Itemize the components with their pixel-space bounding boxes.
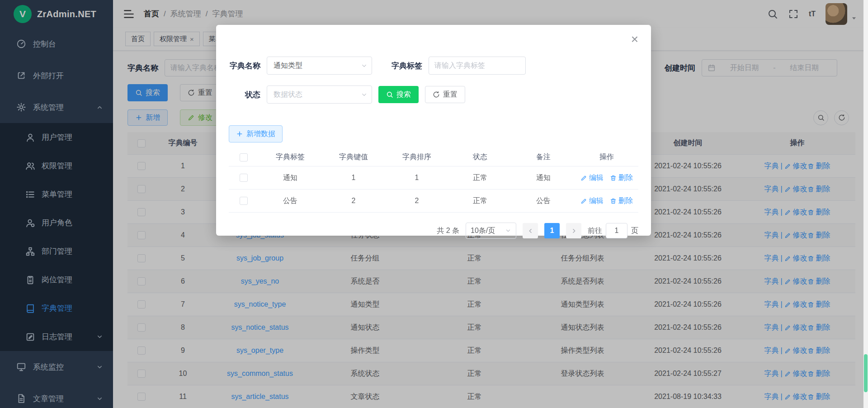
dialog-table-body: 通知 1 1 正常 通知 编辑 删除 — [229, 166, 638, 213]
scrollbar-thumb[interactable] — [864, 354, 868, 392]
page-size-select[interactable]: 10条/页 — [466, 223, 516, 239]
row-edit-label: 编辑 — [589, 196, 604, 206]
search-icon — [386, 91, 393, 98]
trash-icon — [610, 175, 617, 181]
prev-page-button[interactable] — [523, 223, 538, 238]
row-checkbox[interactable] — [240, 174, 248, 182]
cell-dict-key: 1 — [322, 174, 385, 182]
goto-unit: 页 — [631, 226, 638, 236]
row-delete-link[interactable]: 删除 — [610, 173, 633, 183]
chevron-right-icon — [571, 228, 577, 234]
row-delete-label: 删除 — [618, 196, 633, 206]
dialog-search-button[interactable]: 搜索 — [378, 86, 419, 103]
next-page-button[interactable] — [566, 223, 581, 238]
row-edit-label: 编辑 — [589, 173, 604, 183]
plus-icon — [236, 130, 243, 138]
goto-page: 前往 页 — [588, 223, 638, 238]
pagination-total: 共 2 条 — [437, 226, 459, 236]
dialog-select-all-checkbox[interactable] — [240, 153, 248, 161]
row-edit-link[interactable]: 编辑 — [580, 173, 604, 183]
dialog-table-row: 通知 1 1 正常 通知 编辑 删除 — [229, 166, 638, 190]
chevron-down-icon — [505, 228, 511, 234]
refresh-icon — [433, 91, 440, 98]
dict-name-select-value: 通知类型 — [274, 61, 302, 71]
dialog-table-header: 字典标签 字典键值 字典排序 状态 备注 操作 — [229, 148, 638, 166]
dialog-dict-name-label: 字典名称 — [229, 61, 260, 71]
cell-dict-label: 公告 — [259, 196, 322, 206]
dialog-reset-button[interactable]: 重置 — [425, 86, 465, 103]
chevron-down-icon — [361, 62, 368, 69]
cell-dict-sort: 1 — [385, 174, 448, 182]
status-select[interactable]: 数据状态 — [267, 85, 372, 104]
dialog-dict-label-label: 字典标签 — [391, 61, 422, 71]
cell-remark: 公告 — [512, 196, 575, 206]
col-header-status: 状态 — [448, 152, 512, 162]
dialog-reset-label: 重置 — [443, 90, 458, 100]
add-dict-data-label: 新增数据 — [246, 129, 275, 139]
trash-icon — [610, 198, 617, 204]
add-dict-data-button[interactable]: 新增数据 — [229, 125, 283, 142]
dialog-close-icon[interactable]: × — [631, 33, 638, 46]
cell-status: 正常 — [448, 173, 512, 183]
pencil-icon — [580, 198, 587, 204]
col-header-dict-key: 字典键值 — [322, 152, 385, 162]
dict-data-dialog: × 字典名称 通知类型 字典标签 状态 数据状态 搜索 — [216, 25, 651, 236]
pencil-icon — [580, 175, 587, 181]
row-checkbox[interactable] — [240, 197, 248, 205]
col-header-remark: 备注 — [512, 152, 575, 162]
dialog-status-label: 状态 — [229, 90, 260, 100]
dialog-table-row: 公告 2 2 正常 公告 编辑 删除 — [229, 190, 638, 213]
dict-name-select[interactable]: 通知类型 — [267, 57, 372, 75]
chevron-left-icon — [527, 228, 534, 234]
page-number-button[interactable]: 1 — [544, 223, 560, 238]
row-delete-link[interactable]: 删除 — [610, 196, 633, 206]
dialog-search-label: 搜索 — [396, 90, 411, 100]
cell-remark: 通知 — [512, 173, 575, 183]
col-header-dict-sort: 字典排序 — [385, 152, 448, 162]
dict-label-input[interactable] — [429, 57, 526, 75]
cell-dict-label: 通知 — [259, 173, 322, 183]
chevron-down-icon — [361, 91, 368, 98]
page-size-value: 10条/页 — [471, 226, 495, 236]
cell-dict-key: 2 — [322, 197, 385, 205]
cell-dict-sort: 2 — [385, 197, 448, 205]
goto-label: 前往 — [588, 226, 602, 236]
goto-page-input[interactable] — [606, 223, 627, 238]
status-select-placeholder: 数据状态 — [274, 90, 302, 100]
scrollbar-track — [863, 0, 868, 408]
col-header-ops: 操作 — [575, 152, 638, 162]
cell-status: 正常 — [448, 196, 512, 206]
row-delete-label: 删除 — [618, 173, 633, 183]
dict-data-table: 字典标签 字典键值 字典排序 状态 备注 操作 通知 1 1 正常 通知 — [229, 148, 638, 213]
row-edit-link[interactable]: 编辑 — [580, 196, 604, 206]
col-header-dict-label: 字典标签 — [259, 152, 322, 162]
dialog-pagination: 共 2 条 10条/页 1 前往 页 — [229, 223, 638, 239]
dialog-filter-form: 字典名称 通知类型 字典标签 状态 数据状态 搜索 重置 — [229, 25, 638, 104]
